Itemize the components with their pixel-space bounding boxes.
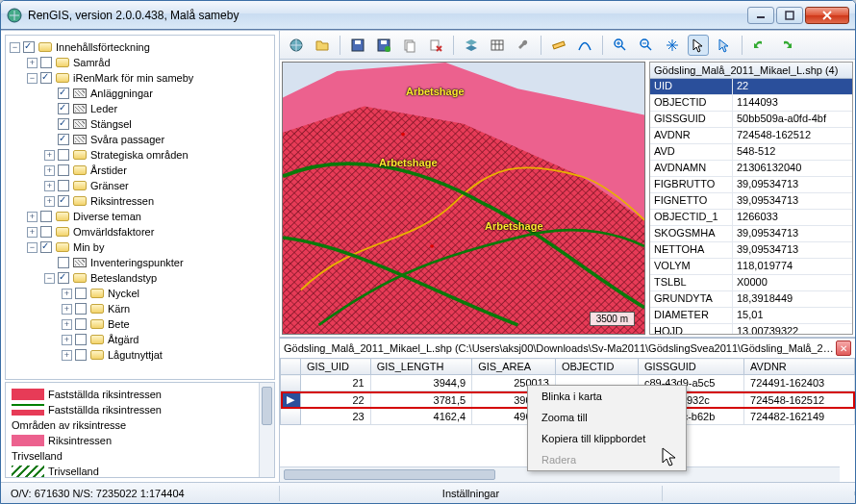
expander-icon[interactable]: +: [62, 319, 72, 330]
attr-row[interactable]: FIGBRUTTO39,09534713: [650, 177, 852, 193]
save-as-button[interactable]: [373, 35, 394, 56]
toc-tree[interactable]: − Innehållsförteckning +Samråd−iRenMark …: [5, 35, 275, 380]
attr-row[interactable]: UID22: [650, 79, 852, 95]
map-view[interactable]: Arbetshage Arbetshage Arbetshage 3500 m: [282, 62, 645, 335]
checkbox[interactable]: [75, 349, 87, 361]
remove-button[interactable]: [425, 35, 446, 56]
checkbox[interactable]: [58, 149, 69, 161]
expander-icon[interactable]: +: [27, 58, 38, 68]
pan-button[interactable]: [662, 35, 683, 56]
copy-button[interactable]: [399, 35, 420, 56]
tree-item[interactable]: −Min by: [8, 239, 272, 255]
menu-item[interactable]: Kopiera till klippbordet: [528, 428, 686, 449]
checkbox[interactable]: [40, 57, 52, 68]
expander-icon[interactable]: +: [44, 196, 55, 207]
tree-item[interactable]: +Lågutnyttjat: [8, 347, 272, 363]
tree-item[interactable]: +Nyckel: [8, 286, 272, 301]
scrollbar-vertical[interactable]: [259, 383, 274, 477]
maximize-button[interactable]: [776, 7, 803, 24]
tree-item[interactable]: Anläggningar: [8, 86, 272, 101]
expander-icon[interactable]: +: [62, 289, 72, 299]
tree-item[interactable]: −iRenMark för min sameby: [8, 70, 272, 86]
ruler-button[interactable]: [548, 35, 569, 56]
attr-row[interactable]: HOJD13,00739322: [650, 324, 852, 335]
tree-item[interactable]: +Kärn: [8, 301, 272, 316]
expander-icon[interactable]: +: [62, 335, 72, 345]
tree-item[interactable]: Inventeringspunkter: [8, 255, 272, 270]
tree-item[interactable]: Leder: [8, 101, 272, 116]
curve-button[interactable]: [574, 35, 595, 56]
layers-button[interactable]: [461, 35, 482, 56]
column-header[interactable]: OBJECTID: [555, 359, 638, 375]
checkbox[interactable]: [40, 72, 52, 84]
expander-icon[interactable]: −: [44, 273, 55, 284]
checkbox[interactable]: [58, 103, 69, 114]
expander-icon[interactable]: −: [27, 242, 38, 253]
minimize-button[interactable]: [747, 7, 774, 24]
redo-button[interactable]: [775, 35, 796, 56]
column-header[interactable]: AVDNR: [744, 359, 855, 375]
checkbox[interactable]: [75, 303, 87, 315]
expander-icon[interactable]: +: [44, 165, 55, 176]
tree-item[interactable]: +Åtgärd: [8, 332, 272, 347]
tree-item[interactable]: +Bete: [8, 316, 272, 332]
status-settings[interactable]: Inställningar: [280, 486, 663, 501]
tree-item[interactable]: Stängsel: [8, 116, 272, 132]
checkbox[interactable]: [40, 226, 52, 238]
checkbox[interactable]: [75, 288, 87, 299]
tree-item[interactable]: +Strategiska områden: [8, 147, 272, 163]
table-close-button[interactable]: ✕: [836, 340, 851, 356]
wrench-button[interactable]: [513, 35, 534, 56]
tree-item[interactable]: +Riksintressen: [8, 193, 272, 209]
tree-item[interactable]: +Årstider: [8, 163, 272, 178]
checkbox[interactable]: [58, 195, 69, 207]
checkbox[interactable]: [40, 241, 52, 253]
checkbox[interactable]: [40, 211, 52, 222]
checkbox[interactable]: [23, 41, 35, 53]
attr-row[interactable]: DIAMETER15,01: [650, 308, 852, 324]
checkbox[interactable]: [58, 134, 69, 145]
attr-row[interactable]: GRUNDYTA18,3918449: [650, 291, 852, 308]
open-button[interactable]: [312, 35, 333, 56]
expander-icon[interactable]: −: [10, 42, 20, 53]
zoom-in-button[interactable]: [610, 35, 631, 56]
checkbox[interactable]: [58, 257, 69, 268]
checkbox[interactable]: [58, 272, 69, 284]
attr-row[interactable]: AVDNAMN21306132040: [650, 161, 852, 177]
tree-item[interactable]: Svåra passager: [8, 132, 272, 147]
tree-item[interactable]: −Beteslandstyp: [8, 270, 272, 286]
table-button[interactable]: [487, 35, 508, 56]
titlebar[interactable]: RenGIS, version 2.0.0.438, Malå sameby: [1, 1, 855, 30]
expander-icon[interactable]: +: [27, 212, 38, 222]
attr-row[interactable]: NETTOHA39,09534713: [650, 242, 852, 259]
attr-row[interactable]: AVD548-512: [650, 144, 852, 161]
tree-item[interactable]: +Omvärldsfaktorer: [8, 224, 272, 239]
column-header[interactable]: GIS_LENGTH: [370, 359, 471, 375]
tree-item[interactable]: +Diverse teman: [8, 209, 272, 224]
attr-row[interactable]: GISSGUID50bb509a-a0fd-4bf: [650, 112, 852, 128]
expander-icon[interactable]: +: [27, 227, 38, 238]
undo-button[interactable]: [749, 35, 770, 56]
checkbox[interactable]: [58, 118, 69, 130]
checkbox[interactable]: [75, 318, 87, 330]
save-button[interactable]: [347, 35, 368, 56]
menu-item[interactable]: Zooma till: [528, 407, 686, 428]
attr-row[interactable]: FIGNETTO39,09534713: [650, 193, 852, 210]
checkbox[interactable]: [58, 180, 69, 191]
tree-item[interactable]: +Gränser: [8, 178, 272, 193]
expander-icon[interactable]: +: [62, 304, 72, 315]
attr-row[interactable]: TSLBLX0000: [650, 275, 852, 291]
attr-row[interactable]: SKOGSMHA39,09534713: [650, 226, 852, 242]
checkbox[interactable]: [58, 164, 69, 176]
column-header[interactable]: GIS_UID: [301, 359, 371, 375]
expander-icon[interactable]: +: [44, 150, 55, 161]
attr-row[interactable]: OBJECTID_11266033: [650, 210, 852, 226]
tree-item[interactable]: +Samråd: [8, 55, 272, 70]
attr-row[interactable]: AVDNR724548-162512: [650, 128, 852, 144]
checkbox[interactable]: [75, 334, 87, 345]
menu-item[interactable]: Blinka i karta: [528, 386, 686, 407]
column-header[interactable]: GIS_AREA: [472, 359, 556, 375]
attr-row[interactable]: VOLYM118,019774: [650, 259, 852, 275]
zoom-out-button[interactable]: [636, 35, 657, 56]
close-button[interactable]: [805, 7, 849, 24]
